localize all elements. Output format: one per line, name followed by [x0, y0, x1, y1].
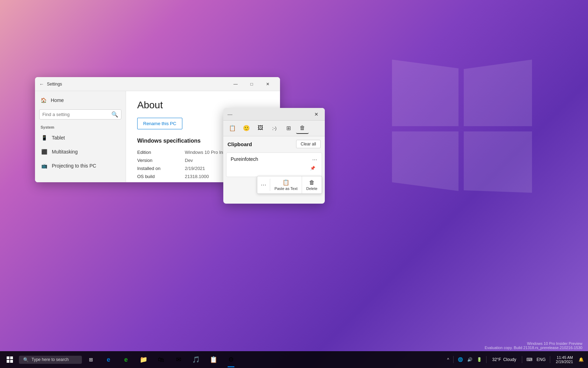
- taskbar-app-settings[interactable]: ⚙: [223, 351, 239, 368]
- clipboard-tool-emoji-clipboard[interactable]: 📋: [226, 123, 239, 134]
- clipboard-tool-clipboard[interactable]: 🗑: [296, 123, 309, 134]
- taskbar-right: ^ 🌐 🔊 🔋 32°F Cloudy ⌨ ENG 11:45 AM 2/19/…: [443, 355, 588, 364]
- project-icon: 📺: [41, 162, 48, 169]
- svg-rect-3: [10, 360, 13, 363]
- windows-watermark: Windows 10 Pro Insider Preview Evaluatio…: [485, 341, 582, 350]
- lang-text[interactable]: ENG: [535, 356, 547, 363]
- paste-icon: 📋: [282, 179, 289, 186]
- watermark-line2: Evaluation copy. Build 21318.rs_prerelea…: [485, 346, 582, 350]
- context-dots-button[interactable]: ⋯: [257, 179, 270, 191]
- clipboard-tool-emoji[interactable]: 🙂: [240, 123, 253, 134]
- keyboard-icon[interactable]: ⌨: [525, 356, 534, 363]
- tray-sep2: [486, 356, 486, 363]
- clipboard-item-wrapper: Pureinfotech ⋯ 📌 ⋯ 📋 Paste as Text 🗑 Del…: [223, 152, 325, 177]
- delete-button[interactable]: 🗑 Delete: [302, 177, 322, 193]
- explorer-icon: 📁: [140, 356, 147, 363]
- clipboard-item-text: Pureinfotech: [231, 156, 317, 162]
- task-view-icon: ⊞: [89, 357, 93, 362]
- weather-text: Cloudy: [503, 357, 516, 362]
- clipboard-panel: — ✕ 📋 🙂 🖼 ;-) ⊞ 🗑 Clipboard Clear all Pu…: [223, 108, 325, 204]
- maximize-button[interactable]: □: [244, 77, 260, 91]
- taskbar: 🔍 Type here to search ⊞ e e 📁 🛍 ✉: [0, 351, 588, 368]
- minimize-button[interactable]: —: [227, 77, 244, 91]
- search-placeholder: Type here to search: [31, 357, 69, 362]
- clipboard-label: Clipboard: [227, 141, 252, 147]
- tray-sep3: [522, 356, 522, 363]
- volume-icon[interactable]: 🔊: [466, 356, 474, 363]
- sidebar-item-tablet[interactable]: 📱 Tablet: [35, 131, 126, 145]
- battery-icon[interactable]: 🔋: [475, 356, 483, 363]
- settings-search-box[interactable]: 🔍: [39, 109, 121, 120]
- sidebar-item-home[interactable]: 🏠 Home: [35, 94, 126, 107]
- clipboard-tool-symbols[interactable]: ⊞: [282, 123, 295, 134]
- clipboard-tool-gif[interactable]: 🖼: [254, 123, 267, 134]
- clear-all-button[interactable]: Clear all: [296, 140, 321, 148]
- clipboard-item-bottom: 📌: [231, 163, 317, 173]
- taskbar-app-music[interactable]: 🎵: [188, 351, 204, 368]
- taskbar-app-edge[interactable]: e: [100, 351, 117, 368]
- sidebar-section-label: System: [35, 122, 126, 131]
- window-title: Settings: [47, 82, 62, 87]
- taskbar-app-store[interactable]: 🛍: [153, 351, 169, 368]
- store-icon: 🛍: [158, 356, 164, 363]
- taskbar-left: 🔍 Type here to search ⊞ e e 📁 🛍 ✉: [0, 351, 241, 368]
- svg-rect-0: [7, 356, 9, 359]
- rename-pc-button[interactable]: Rename this PC: [137, 118, 182, 129]
- edge-icon: e: [107, 356, 110, 363]
- multitask-icon: ⬛: [41, 148, 48, 155]
- tray-sep4: [550, 356, 550, 363]
- tray-sep: [453, 356, 454, 363]
- watermark-line1: Windows 10 Pro Insider Preview: [485, 341, 582, 346]
- taskbar-search[interactable]: 🔍 Type here to search: [19, 356, 82, 364]
- taskbar-app-edge-dev[interactable]: e: [118, 351, 134, 368]
- sidebar-item-projecting[interactable]: 📺 Projecting to this PC: [35, 159, 126, 173]
- edge-dev-icon: e: [124, 356, 128, 363]
- settings-sidebar: 🏠 Home 🔍 System 📱 Tablet ⬛ Multitasking …: [35, 91, 126, 182]
- clipboard-item: Pureinfotech ⋯ 📌: [226, 152, 322, 177]
- delete-icon: 🗑: [309, 179, 315, 186]
- clipboard-item-actions: ⋯: [310, 155, 320, 165]
- clipboard-icon: 📋: [210, 356, 217, 363]
- tablet-icon: 📱: [41, 134, 48, 141]
- tray-chevron[interactable]: ^: [446, 356, 451, 363]
- taskbar-apps: e e 📁 🛍 ✉ 🎵 📋 ⚙: [100, 351, 239, 368]
- windows-logo-bg: [388, 56, 536, 205]
- clipboard-toolbar: 📋 🙂 🖼 ;-) ⊞ 🗑: [223, 121, 325, 136]
- music-icon: 🎵: [192, 356, 200, 363]
- mail-icon: ✉: [176, 356, 181, 363]
- close-button[interactable]: ✕: [260, 77, 276, 91]
- clock-time: 11:45 AM: [557, 355, 573, 360]
- search-icon: 🔍: [111, 111, 118, 118]
- clipboard-pin-button[interactable]: 📌: [308, 163, 317, 173]
- temperature-text: 32°F: [492, 357, 501, 362]
- task-view-button[interactable]: ⊞: [83, 351, 99, 368]
- sidebar-item-multitasking[interactable]: ⬛ Multitasking: [35, 145, 126, 159]
- taskbar-app-mail[interactable]: ✉: [170, 351, 187, 368]
- taskbar-app-clipboard[interactable]: 📋: [205, 351, 222, 368]
- window-controls: — □ ✕: [227, 77, 276, 91]
- clipboard-drag-area: —: [227, 111, 311, 117]
- notification-icon[interactable]: 🔔: [577, 356, 585, 363]
- clipboard-header: Clipboard Clear all: [223, 136, 325, 150]
- settings-icon: ⚙: [228, 356, 234, 363]
- search-icon: 🔍: [23, 357, 29, 362]
- start-button[interactable]: [1, 351, 18, 368]
- weather-tray: 32°F Cloudy: [489, 357, 519, 362]
- settings-search-input[interactable]: [42, 112, 109, 117]
- clipboard-titlebar: — ✕: [223, 108, 325, 121]
- settings-titlebar: ← Settings — □ ✕: [35, 77, 280, 91]
- network-icon[interactable]: 🌐: [456, 356, 464, 363]
- taskbar-app-explorer[interactable]: 📁: [135, 351, 152, 368]
- svg-rect-1: [10, 356, 13, 359]
- clock-date: 2/19/2021: [556, 360, 573, 364]
- svg-rect-2: [7, 360, 9, 363]
- system-clock[interactable]: 11:45 AM 2/19/2021: [553, 355, 576, 364]
- paste-as-text-button[interactable]: 📋 Paste as Text: [270, 176, 302, 193]
- clipboard-tool-kaomoji[interactable]: ;-): [268, 123, 281, 134]
- home-icon: 🏠: [41, 97, 47, 103]
- clipboard-item-more-button[interactable]: ⋯: [310, 155, 320, 165]
- clipboard-close-button[interactable]: ✕: [311, 109, 322, 120]
- clipboard-context-popup: ⋯ 📋 Paste as Text 🗑 Delete: [257, 176, 322, 194]
- back-button[interactable]: ←: [39, 81, 44, 87]
